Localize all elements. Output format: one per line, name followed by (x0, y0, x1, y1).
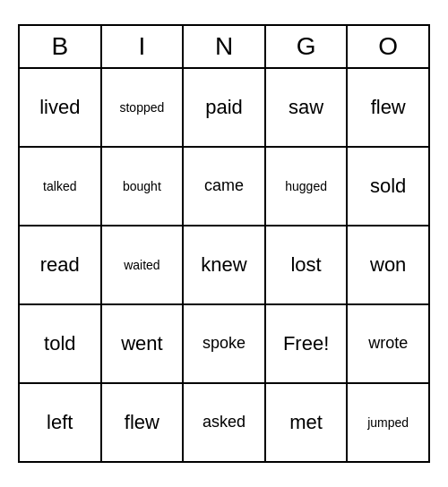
bingo-cell-r4-c4: jumped (348, 384, 430, 463)
bingo-cell-r3-c0: told (20, 305, 102, 384)
bingo-cell-r1-c4: sold (348, 148, 430, 226)
bingo-cell-r2-c0: read (20, 226, 102, 305)
bingo-card: BINGO livedstoppedpaidsawflewtalkedbough… (18, 24, 430, 463)
bingo-cell-r3-c3: Free! (266, 305, 349, 384)
bingo-cell-r3-c1: went (102, 305, 185, 384)
bingo-cell-r4-c3: met (266, 384, 349, 463)
bingo-cell-r1-c2: came (184, 148, 266, 226)
bingo-cell-r3-c4: wrote (348, 305, 430, 384)
header-letter-n: N (184, 26, 266, 69)
bingo-cell-r2-c2: knew (184, 226, 266, 305)
header-letter-o: O (348, 26, 430, 69)
bingo-cell-r1-c3: hugged (266, 148, 349, 226)
bingo-cell-r1-c1: bought (102, 148, 185, 226)
bingo-cell-r4-c1: flew (102, 384, 185, 463)
bingo-cell-r0-c3: saw (266, 69, 349, 148)
bingo-cell-r0-c1: stopped (102, 69, 185, 148)
bingo-cell-r1-c0: talked (20, 148, 102, 226)
bingo-cell-r0-c4: flew (348, 69, 430, 148)
bingo-header: BINGO (18, 24, 430, 69)
bingo-cell-r3-c2: spoke (184, 305, 266, 384)
bingo-cell-r4-c2: asked (184, 384, 266, 463)
header-letter-g: G (266, 26, 349, 69)
bingo-grid: livedstoppedpaidsawflewtalkedboughtcameh… (18, 69, 430, 463)
bingo-cell-r4-c0: left (20, 384, 102, 463)
bingo-cell-r0-c2: paid (184, 69, 266, 148)
header-letter-i: I (102, 26, 185, 69)
bingo-cell-r2-c4: won (348, 226, 430, 305)
bingo-cell-r2-c1: waited (102, 226, 185, 305)
bingo-cell-r2-c3: lost (266, 226, 349, 305)
bingo-cell-r0-c0: lived (20, 69, 102, 148)
header-letter-b: B (20, 26, 102, 69)
